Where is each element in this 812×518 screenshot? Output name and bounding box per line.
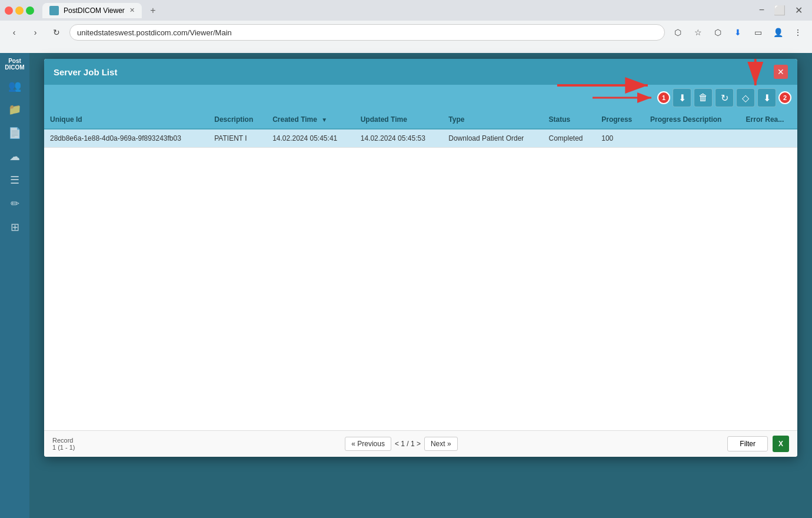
cell-status: Completed (543, 129, 596, 148)
excel-export-button[interactable]: X (773, 436, 789, 452)
close-window-button[interactable] (26, 6, 34, 15)
job-table-container: Unique Id Description Created Time ▼ (44, 111, 797, 430)
cell-error_reason (740, 129, 797, 148)
reload-button[interactable]: ↻ (48, 24, 65, 41)
table-row[interactable]: 28db8e6a-1e88-4d0a-969a-9f893243fb03PATI… (44, 129, 797, 148)
cell-unique_id: 28db8e6a-1e88-4d0a-969a-9f893243fb03 (44, 129, 208, 148)
download-browser-icon[interactable]: ⬇ (730, 24, 746, 41)
tab-favicon (49, 6, 59, 15)
col-status: Status (543, 111, 596, 129)
record-label: Record (52, 437, 75, 444)
sidebar-item-document[interactable]: 📄 (4, 122, 25, 144)
col-type: Type (442, 111, 543, 129)
app-sidebar: PostDICOM 👥 📁 📄 ☁ ☰ ✏ ⊞ (0, 53, 29, 518)
dialog-overlay: Server Job List ✕ (29, 53, 812, 518)
col-progress-description: Progress Description (644, 111, 740, 129)
forward-button[interactable]: › (27, 24, 44, 41)
window-restore-icon[interactable]: ⬜ (774, 5, 786, 16)
toolbar-refresh-button[interactable]: ↻ (715, 88, 734, 107)
tab-title: PostDICOM Viewer (64, 6, 125, 15)
sidebar-item-table[interactable]: ⊞ (4, 217, 25, 238)
pagination: « Previous < 1 / 1 > Next » (345, 437, 457, 451)
cell-progress_description (644, 129, 740, 148)
table-empty-space (44, 148, 797, 430)
col-progress: Progress (595, 111, 644, 129)
dialog-toolbar: 1 ⬇ 🗑 ↻ ◇ ⬇ 2 (44, 85, 797, 111)
dialog-header: Server Job List ✕ (44, 59, 797, 85)
sort-icon-created: ▼ (321, 117, 327, 123)
table-header-row: Unique Id Description Created Time ▼ (44, 111, 797, 129)
tab-close-button[interactable]: ✕ (129, 6, 135, 14)
bookmark-icon[interactable]: ☆ (690, 24, 706, 41)
cell-progress: 100 (595, 129, 644, 148)
browser-tab[interactable]: PostDICOM Viewer ✕ (42, 3, 142, 18)
sidebar-item-folder[interactable]: 📁 (4, 99, 25, 120)
extensions-icon[interactable]: ⬡ (710, 24, 726, 41)
sidebar-item-list[interactable]: ☰ (4, 170, 25, 191)
toolbar-delete-button[interactable]: 🗑 (694, 88, 713, 107)
dialog-footer: Record 1 (1 - 1) « Previous < 1 / 1 > Ne… (44, 430, 797, 457)
sidebar-item-upload[interactable]: ☁ (4, 146, 25, 167)
maximize-button[interactable] (15, 6, 24, 15)
more-menu-icon[interactable]: ⋮ (790, 24, 806, 41)
col-created-time[interactable]: Created Time ▼ (267, 111, 355, 129)
col-error-reason: Error Rea... (740, 111, 797, 129)
cell-description: PATIENT I (208, 129, 267, 148)
new-tab-button[interactable]: + (145, 3, 161, 18)
toolbar-download-button[interactable]: ⬇ (673, 88, 691, 107)
cell-updated_time: 14.02.2024 05:45:53 (355, 129, 443, 148)
cell-created_time: 14.02.2024 05:45:41 (267, 129, 355, 148)
sidebar-item-users[interactable]: 👥 (4, 75, 25, 97)
window-minimize-icon[interactable]: − (759, 5, 764, 16)
annotation-arrow-1 (587, 89, 657, 107)
translate-icon[interactable]: ⬡ (670, 24, 686, 41)
annotation-badge-1: 1 (657, 91, 670, 104)
sidebar-item-edit[interactable]: ✏ (4, 193, 25, 214)
next-button[interactable]: Next » (424, 437, 458, 451)
col-description: Description (208, 111, 267, 129)
dialog-close-button[interactable]: ✕ (774, 65, 788, 79)
main-content: Server Job List ✕ (29, 53, 812, 518)
page-info: < 1 / 1 > (395, 440, 421, 448)
prev-button[interactable]: « Previous (345, 437, 391, 451)
col-updated-time: Updated Time (355, 111, 443, 129)
address-bar-input[interactable] (69, 24, 665, 41)
server-job-list-dialog: Server Job List ✕ (44, 59, 797, 457)
logo: PostDICOM (5, 58, 24, 71)
minimize-button[interactable] (5, 6, 13, 15)
window-close-icon[interactable]: ✕ (795, 5, 803, 16)
profile-icon[interactable]: 👤 (770, 24, 786, 41)
back-button[interactable]: ‹ (6, 24, 22, 41)
cell-type: Download Patient Order (442, 129, 543, 148)
annotation-badge-2: 2 (778, 91, 791, 104)
col-unique-id: Unique Id (44, 111, 208, 129)
record-info: Record 1 (1 - 1) (52, 437, 75, 451)
dialog-title: Server Job List (54, 67, 117, 77)
toolbar-clear-button[interactable]: ◇ (736, 88, 755, 107)
sidebar-toggle-icon[interactable]: ▭ (750, 24, 766, 41)
toolbar-download2-button[interactable]: ⬇ (757, 88, 776, 107)
job-table: Unique Id Description Created Time ▼ (44, 111, 797, 148)
filter-button[interactable]: Filter (727, 436, 768, 451)
record-range: 1 (1 - 1) (52, 444, 75, 451)
